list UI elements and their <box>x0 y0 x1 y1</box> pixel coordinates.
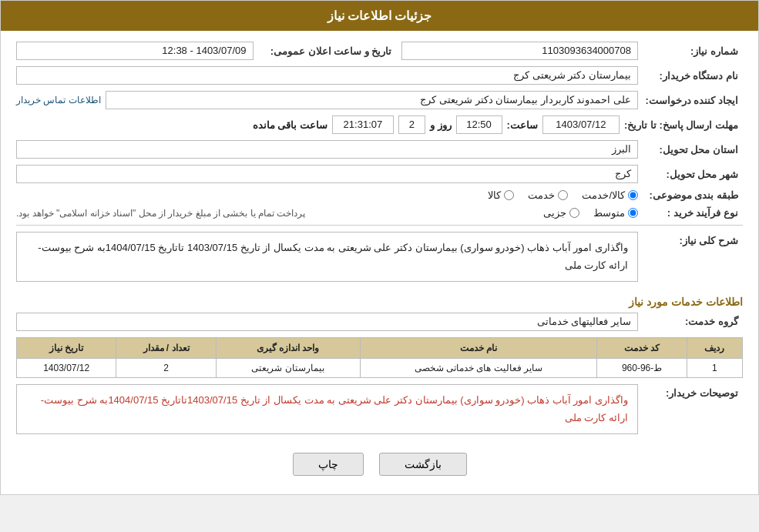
deadline-remaining: 21:31:07 <box>332 115 394 134</box>
buyer-name-label: نام دستگاه خریدار: <box>643 70 743 82</box>
province-label: استان محل تحویل: <box>643 144 743 156</box>
purchase-type-label: نوع فرآیند خرید : <box>643 207 743 219</box>
service-group-label: گروه خدمت: <box>643 316 743 327</box>
buyer-name-value: بیمارستان دکتر شریعتی کرج <box>16 66 638 85</box>
table-header-row: ردیف کد خدمت نام خدمت واحد اندازه گیری ت… <box>17 337 743 358</box>
page-title: جزئیات اطلاعات نیاز <box>327 9 432 22</box>
deadline-remaining-label: ساعت باقی مانده <box>253 119 327 131</box>
cell-count-1: 2 <box>116 358 216 377</box>
deadline-label: مهلت ارسال پاسخ: تا تاریخ: <box>624 119 743 131</box>
purchase-type-row: نوع فرآیند خرید : متوسط جزیی پرداخت تمام… <box>16 207 743 219</box>
category-khadamat-option[interactable]: خدمت <box>528 189 568 201</box>
button-row: بازگشت چاپ <box>16 453 743 476</box>
city-value: کرج <box>16 165 638 183</box>
cell-code-1: ط-96-960 <box>597 358 687 377</box>
need-number-label: شماره نیاز: <box>643 45 743 57</box>
deadline-day-label: روز و <box>430 119 452 131</box>
city-row: شهر محل تحویل: کرج <box>16 165 743 183</box>
contact-link[interactable]: اطلاعات تماس خریدار <box>16 95 101 105</box>
cell-name-1: سایر فعالیت های خدماتی شخصی <box>360 358 597 377</box>
category-khadamat-radio[interactable] <box>558 190 568 200</box>
category-kala-khadamat-radio[interactable] <box>628 190 638 200</box>
service-info-title: اطلاعات خدمات مورد نیاز <box>16 296 743 308</box>
col-header-unit: واحد اندازه گیری <box>216 337 360 358</box>
purchase-mutavasset-option[interactable]: متوسط <box>593 207 638 219</box>
category-radio-group: کالا/خدمت خدمت کالا <box>16 189 638 201</box>
cell-row-1: 1 <box>687 358 742 377</box>
deadline-date: 1403/07/12 <box>542 115 620 134</box>
cell-date-1: 1403/07/12 <box>17 358 116 377</box>
city-label: شهر محل تحویل: <box>643 169 743 180</box>
buyer-name-row: نام دستگاه خریدار: بیمارستان دکتر شریعتی… <box>16 66 743 85</box>
service-group-value: سایر فعالیتهای خدماتی <box>16 313 638 331</box>
creator-row: ایجاد کننده درخواست: علی احمدوند کاربردا… <box>16 91 743 109</box>
col-header-code: کد خدمت <box>597 337 687 358</box>
creator-label: ایجاد کننده درخواست: <box>643 95 743 106</box>
service-group-row: گروه خدمت: سایر فعالیتهای خدماتی <box>16 313 743 331</box>
announcement-date-value: 1403/07/09 - 12:38 <box>16 42 254 60</box>
purchase-jozei-option[interactable]: جزیی <box>543 207 579 219</box>
deadline-days: 2 <box>398 115 425 134</box>
content-area: شماره نیاز: 1103093634000708 تاریخ و ساع… <box>1 31 758 494</box>
col-header-row: ردیف <box>687 337 742 358</box>
page-wrapper: جزئیات اطلاعات نیاز شماره نیاز: 11030936… <box>0 0 759 495</box>
print-button[interactable]: چاپ <box>293 453 364 476</box>
col-header-date: تاریخ نیاز <box>17 337 116 358</box>
cell-unit-1: بیمارستان شریعتی <box>216 358 360 377</box>
creator-value: علی احمدوند کاربردار بیمارستان دکتر شریع… <box>106 91 638 109</box>
deadline-time: 12:50 <box>456 115 502 134</box>
province-value: البرز <box>16 140 638 159</box>
buyer-desc-row: توصیحات خریدار: واگذاری امور آباب ذهاب (… <box>16 384 743 440</box>
col-header-name: نام خدمت <box>360 337 597 358</box>
buyer-desc-label: توصیحات خریدار: <box>643 384 743 399</box>
deadline-row: مهلت ارسال پاسخ: تا تاریخ: 1403/07/12 سا… <box>16 115 743 134</box>
category-label: طبقه بندی موضوعی: <box>643 189 743 201</box>
purchase-mutavasset-radio[interactable] <box>628 208 638 218</box>
col-header-count: تعداد / مقدار <box>116 337 216 358</box>
description-value: واگذاری امور آباب ذهاب (خودرو سواری) بیم… <box>16 232 638 282</box>
table-row: 1 ط-96-960 سایر فعالیت های خدماتی شخصی ب… <box>17 358 743 377</box>
back-button[interactable]: بازگشت <box>379 453 467 476</box>
category-kala-khadamat-label: کالا/خدمت <box>582 189 625 201</box>
purchase-type-notice: پرداخت تمام یا بخشی از مبلغ خریدار از مح… <box>16 208 305 219</box>
need-number-value: 1103093634000708 <box>401 42 639 60</box>
category-kala-radio[interactable] <box>504 190 514 200</box>
category-kala-khadamat-option[interactable]: کالا/خدمت <box>582 189 638 201</box>
category-row: طبقه بندی موضوعی: کالا/خدمت خدمت کالا <box>16 189 743 201</box>
category-kala-label: کالا <box>488 189 501 201</box>
purchase-type-radio-group: متوسط جزیی <box>317 207 638 219</box>
category-kala-option[interactable]: کالا <box>488 189 514 201</box>
category-khadamat-label: خدمت <box>528 189 555 201</box>
service-table: ردیف کد خدمت نام خدمت واحد اندازه گیری ت… <box>16 337 743 378</box>
description-label: شرح کلی نیاز: <box>643 232 743 246</box>
description-row: شرح کلی نیاز: واگذاری امور آباب ذهاب (خو… <box>16 232 743 288</box>
announcement-date-label: تاریخ و ساعت اعلان عمومی: <box>258 45 397 57</box>
header-bar: جزئیات اطلاعات نیاز <box>1 1 758 31</box>
province-row: استان محل تحویل: البرز <box>16 140 743 159</box>
purchase-jozei-label: جزیی <box>543 207 566 219</box>
divider-1 <box>16 225 743 226</box>
deadline-time-label: ساعت: <box>507 119 538 131</box>
purchase-mutavasset-label: متوسط <box>593 207 625 219</box>
buyer-desc-value: واگذاری امور آباب ذهاب (خودرو سواری) بیم… <box>16 384 638 434</box>
purchase-jozei-radio[interactable] <box>569 208 579 218</box>
need-number-row: شماره نیاز: 1103093634000708 تاریخ و ساع… <box>16 42 743 60</box>
